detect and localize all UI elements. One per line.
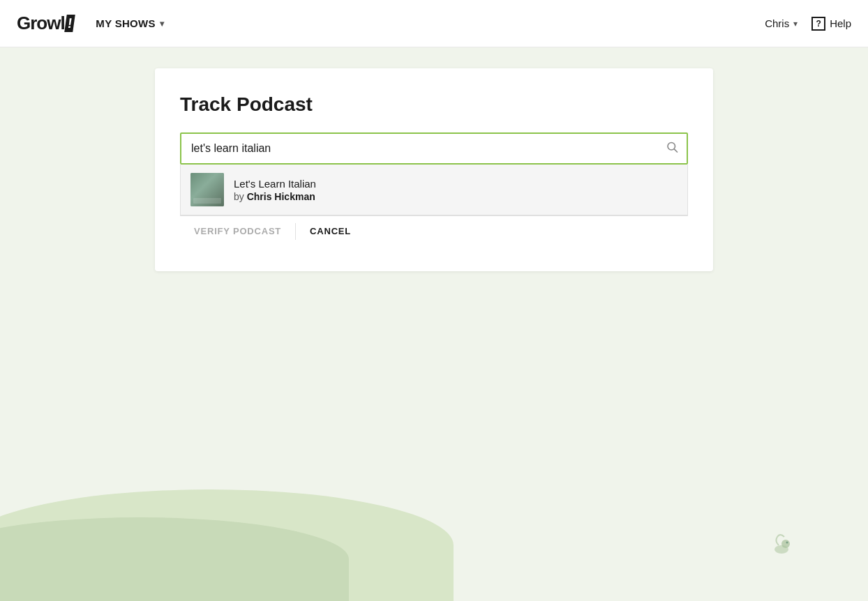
help-label: Help: [830, 17, 851, 29]
result-thumbnail: [190, 173, 224, 206]
chevron-down-icon: ▾: [160, 19, 164, 29]
logo-exclaim: !: [64, 15, 75, 32]
result-author-name: Chris Hickman: [247, 191, 315, 202]
thumbnail-art: [190, 173, 224, 206]
help-icon: ?: [811, 17, 825, 31]
header-left: Growl! MY SHOWS ▾: [17, 13, 164, 34]
user-chevron-icon: ▾: [793, 19, 798, 29]
svg-line-1: [674, 149, 677, 152]
result-item[interactable]: Let's Learn Italian by Chris Hickman: [181, 165, 687, 215]
user-menu[interactable]: Chris ▾: [765, 17, 798, 29]
search-wrapper: [180, 132, 688, 165]
action-buttons: VERIFY PODCAST CANCEL: [180, 215, 688, 246]
logo-text: Growl: [17, 13, 65, 34]
bottom-decoration: [0, 462, 868, 601]
svg-point-4: [786, 542, 788, 544]
search-results: Let's Learn Italian by Chris Hickman: [180, 165, 688, 215]
result-author-prefix: by: [234, 191, 247, 202]
cancel-button[interactable]: CANCEL: [296, 216, 365, 246]
result-info: Let's Learn Italian by Chris Hickman: [234, 178, 678, 202]
header-right: Chris ▾ ? Help: [765, 17, 851, 31]
search-icon: [666, 141, 678, 153]
user-name: Chris: [765, 17, 789, 29]
nav-my-shows-label: MY SHOWS: [96, 17, 155, 29]
search-input[interactable]: [180, 132, 688, 165]
page-title: Track Podcast: [180, 93, 688, 116]
search-button[interactable]: [666, 141, 678, 157]
creature-icon: [765, 527, 798, 566]
svg-point-3: [781, 540, 790, 548]
result-author: by Chris Hickman: [234, 191, 678, 202]
main-content: Track Podcast Let's Learn Italian: [0, 47, 868, 601]
header: Growl! MY SHOWS ▾ Chris ▾ ? Help: [0, 0, 868, 47]
help-button[interactable]: ? Help: [811, 17, 851, 31]
verify-podcast-button[interactable]: VERIFY PODCAST: [180, 216, 295, 246]
nav-my-shows[interactable]: MY SHOWS ▾: [96, 17, 164, 29]
logo[interactable]: Growl!: [17, 13, 73, 34]
track-podcast-card: Track Podcast Let's Learn Italian: [155, 68, 713, 271]
result-title: Let's Learn Italian: [234, 178, 678, 190]
